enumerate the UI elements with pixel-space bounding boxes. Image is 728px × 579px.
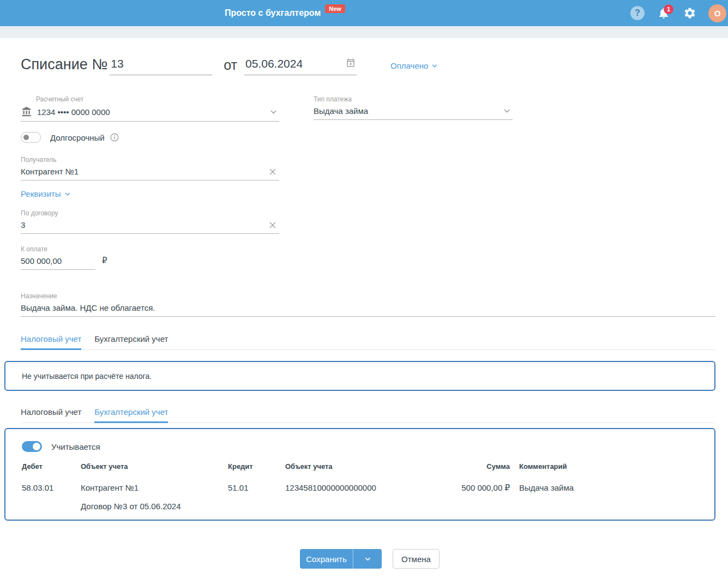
- purpose-label: Назначение: [21, 292, 715, 301]
- payment-type-field[interactable]: Тип платежа Выдача займа: [314, 95, 513, 122]
- purpose-value: Выдача займа. НДС не облагается.: [21, 303, 155, 312]
- accounted-toggle-label: Учитывается: [51, 442, 100, 451]
- details-link[interactable]: Реквизиты: [21, 189, 71, 198]
- long-term-label: Долгосрочный: [50, 133, 105, 142]
- document-number-input[interactable]: [110, 57, 212, 75]
- accounted-toggle[interactable]: [22, 441, 42, 452]
- accounting-box: Учитывается Дебет Объект учета Кредит Об…: [4, 428, 715, 521]
- chevron-down-icon: [61, 190, 71, 198]
- chevron-down-icon: [502, 106, 512, 116]
- clear-icon[interactable]: [268, 221, 277, 230]
- toggle-knob: [23, 135, 29, 140]
- tab-bookkeeping[interactable]: Бухгалтерский учет: [94, 407, 168, 423]
- document-title-row: Списание № от Оплачено: [21, 56, 715, 75]
- page-title: Списание №: [21, 56, 107, 75]
- long-term-row: Долгосрочный: [21, 132, 715, 143]
- payment-type-label: Тип платежа: [314, 95, 513, 105]
- purpose-field[interactable]: Назначение Выдача займа. НДС не облагает…: [21, 292, 715, 317]
- col-header-debit: Дебет: [22, 462, 81, 473]
- cell-debit-object-line2: Договор №3 от 05.06.2024: [81, 493, 228, 511]
- accounting-tabs: Налоговый учет Бухгалтерский учет: [21, 407, 715, 423]
- calendar-icon[interactable]: [346, 58, 356, 70]
- app-title: Просто с бухгалтером: [225, 8, 321, 18]
- contract-field[interactable]: По договору 3: [21, 209, 279, 234]
- settings-button[interactable]: [677, 0, 703, 26]
- contract-value: 3: [21, 220, 25, 230]
- new-badge: New: [325, 4, 345, 13]
- recipient-field[interactable]: Получатель Контрагент №1: [21, 156, 279, 180]
- tab-bookkeeping[interactable]: Бухгалтерский учет: [94, 334, 168, 350]
- tax-note-box: Не учитывается при расчёте налога.: [4, 361, 715, 391]
- accounted-toggle-row: Учитывается: [22, 441, 699, 452]
- top-header: Просто с бухгалтером New ? 1 О: [0, 0, 728, 26]
- tab-tax-accounting[interactable]: Налоговый учет: [21, 407, 81, 423]
- cell-debit-account: 58.03.01: [22, 473, 81, 493]
- clear-icon[interactable]: [268, 167, 277, 176]
- notification-badge: 1: [664, 4, 673, 14]
- action-buttons: Сохранить Отмена: [300, 549, 728, 569]
- status-dropdown[interactable]: Оплачено: [390, 61, 438, 70]
- account-value: 1234 •••• 0000 0000: [37, 107, 110, 117]
- cell-amount: 500 000,00 ₽: [394, 473, 510, 493]
- chevron-down-icon: [269, 107, 278, 117]
- account-label: Расчетный счет: [36, 95, 279, 105]
- cell-comment: Выдача займа: [510, 473, 699, 493]
- cell-credit-account: 51.01: [228, 473, 285, 493]
- cell-debit-object: Контрагент №1: [81, 473, 228, 493]
- bank-icon: [21, 106, 33, 117]
- account-paytype-row: Расчетный счет 1234 •••• 0000 0000 Тип п…: [21, 95, 715, 122]
- amount-field[interactable]: К оплате 500 000,00: [21, 245, 95, 270]
- main-content: Списание № от Оплачено Расчетный счет: [0, 56, 728, 569]
- col-header-comment: Комментарий: [510, 462, 699, 473]
- save-button[interactable]: Сохранить: [300, 549, 353, 569]
- col-header-debit-object: Объект учета: [81, 462, 228, 473]
- info-icon[interactable]: [110, 132, 119, 142]
- amount-value: 500 000,00: [21, 256, 62, 266]
- amount-label: К оплате: [21, 245, 95, 255]
- col-header-credit-object: Объект учета: [285, 462, 394, 473]
- app-title-wrap: Просто с бухгалтером New: [225, 0, 345, 26]
- col-header-amount: Сумма: [394, 462, 510, 473]
- toggle-knob: [33, 443, 40, 450]
- avatar[interactable]: О: [708, 4, 726, 22]
- gear-icon: [683, 7, 696, 20]
- app-window: Просто с бухгалтером New ? 1 О: [0, 0, 728, 569]
- secondary-bar: [0, 26, 728, 38]
- notifications-button[interactable]: 1: [651, 0, 677, 26]
- cancel-button[interactable]: Отмена: [393, 549, 440, 569]
- cell-credit-object: 12345810000000000000: [285, 473, 394, 493]
- amount-row: К оплате 500 000,00 ₽: [21, 245, 715, 270]
- help-icon: ?: [630, 6, 645, 20]
- payment-type-value: Выдача займа: [314, 106, 368, 116]
- tab-tax-accounting[interactable]: Налоговый учет: [21, 334, 81, 350]
- document-date-input[interactable]: [244, 57, 357, 75]
- recipient-label: Получатель: [21, 156, 279, 165]
- help-button[interactable]: ?: [624, 0, 651, 26]
- tax-note-text: Не учитывается при расчёте налога.: [22, 372, 152, 381]
- postings-table: Дебет Объект учета Кредит Объект учета С…: [22, 462, 699, 511]
- document-date-field: [244, 57, 357, 75]
- recipient-value: Контрагент №1: [21, 167, 79, 176]
- currency-symbol: ₽: [102, 256, 107, 266]
- header-actions: ? 1 О: [624, 0, 728, 26]
- contract-label: По договору: [21, 209, 279, 219]
- chevron-down-icon: [364, 555, 372, 563]
- col-header-credit: Кредит: [228, 462, 285, 473]
- long-term-toggle[interactable]: [21, 132, 41, 143]
- details-link-label: Реквизиты: [21, 189, 61, 198]
- date-preposition: от: [224, 57, 237, 73]
- account-field[interactable]: Расчетный счет 1234 •••• 0000 0000: [21, 95, 279, 122]
- chevron-down-icon: [428, 62, 438, 70]
- save-options-button[interactable]: [353, 549, 382, 569]
- status-label: Оплачено: [390, 61, 428, 70]
- tax-tabs: Налоговый учет Бухгалтерский учет: [21, 334, 715, 350]
